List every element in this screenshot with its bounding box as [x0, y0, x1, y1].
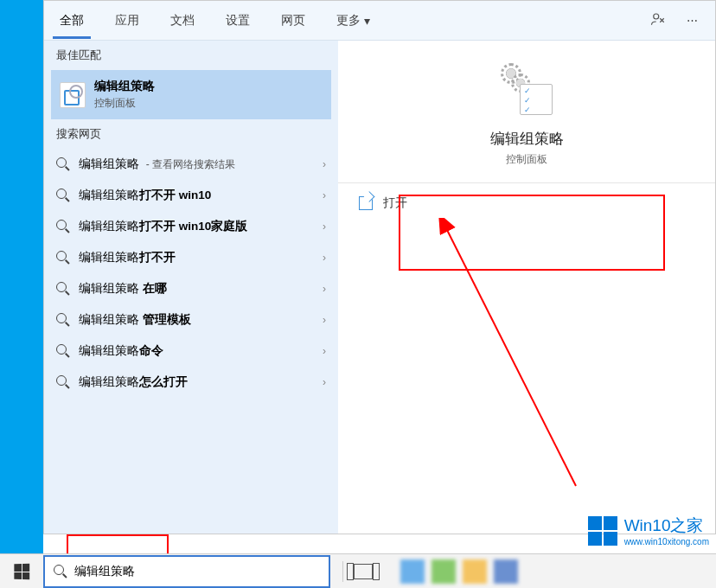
- search-icon: [56, 313, 70, 327]
- chevron-right-icon: ›: [323, 283, 326, 295]
- search-icon: [56, 220, 70, 233]
- chevron-right-icon: ›: [323, 345, 326, 357]
- chevron-down-icon: ▾: [364, 14, 370, 28]
- watermark-brand: Win10之家: [624, 514, 709, 537]
- tab-more-label: 更多: [336, 13, 361, 29]
- search-icon: [56, 251, 70, 265]
- web-result-text: 编辑组策略怎么打开: [79, 374, 314, 390]
- taskbar: [0, 553, 716, 588]
- filter-tabs: 全部 应用 文档 设置 网页 更多 ▾ ⋯: [44, 1, 715, 41]
- best-match-title: 编辑组策略: [94, 79, 155, 94]
- web-result-text: 编辑组策略命令: [79, 343, 314, 359]
- web-result-text: 编辑组策略打不开 win10: [79, 188, 314, 203]
- web-result-5[interactable]: 编辑组策略 管理模板 ›: [44, 304, 338, 336]
- taskbar-app-3[interactable]: [463, 559, 487, 584]
- search-icon: [56, 157, 70, 171]
- web-result-text: 编辑组策略打不开 win10家庭版: [79, 219, 314, 234]
- taskbar-app-2[interactable]: [432, 559, 456, 584]
- start-button[interactable]: [0, 554, 43, 589]
- chevron-right-icon: ›: [323, 314, 326, 326]
- results-list: 最佳匹配 编辑组策略 控制面板 搜索网页 编辑组策略 - 查看网络搜索结果 › …: [44, 41, 338, 534]
- task-view-icon[interactable]: [354, 564, 373, 579]
- web-result-7[interactable]: 编辑组策略怎么打开 ›: [44, 367, 338, 398]
- taskbar-search-box[interactable]: [43, 555, 330, 588]
- group-policy-large-icon: [499, 61, 554, 117]
- group-policy-icon: [60, 82, 86, 108]
- best-match-text: 编辑组策略 控制面板: [94, 79, 155, 111]
- watermark-url: www.win10xitong.com: [624, 537, 709, 546]
- tab-documents[interactable]: 文档: [155, 3, 210, 39]
- web-result-4[interactable]: 编辑组策略 在哪 ›: [44, 273, 338, 304]
- taskbar-app-1[interactable]: [400, 559, 425, 584]
- open-label: 打开: [383, 195, 407, 211]
- web-result-text: 编辑组策略打不开: [79, 250, 314, 265]
- open-icon: [359, 196, 373, 210]
- chevron-right-icon: ›: [323, 220, 326, 233]
- search-icon: [56, 282, 70, 296]
- detail-pane: 编辑组策略 控制面板 打开: [338, 41, 715, 534]
- web-result-text: 编辑组策略 在哪: [79, 281, 314, 297]
- windows-start-icon: [14, 563, 29, 579]
- search-icon: [56, 189, 70, 202]
- feedback-icon[interactable]: [640, 4, 676, 36]
- svg-point-0: [654, 14, 659, 19]
- watermark: Win10之家 www.win10xitong.com: [588, 514, 709, 546]
- search-icon: [56, 344, 70, 358]
- taskbar-icons: [330, 554, 527, 589]
- left-accent-bar: [0, 0, 43, 588]
- tab-more[interactable]: 更多 ▾: [321, 3, 386, 39]
- web-result-text: 编辑组策略 - 查看网络搜索结果: [79, 157, 314, 172]
- web-result-6[interactable]: 编辑组策略命令 ›: [44, 336, 338, 367]
- tab-all[interactable]: 全部: [44, 3, 99, 39]
- best-match-header: 最佳匹配: [44, 41, 338, 70]
- tab-settings[interactable]: 设置: [210, 3, 265, 39]
- search-input[interactable]: [74, 565, 320, 578]
- chevron-right-icon: ›: [323, 158, 326, 170]
- web-search-header: 搜索网页: [44, 119, 338, 149]
- chevron-right-icon: ›: [323, 189, 326, 201]
- detail-title: 编辑组策略: [490, 129, 564, 149]
- open-action[interactable]: 打开: [338, 183, 715, 223]
- search-panel: 全部 应用 文档 设置 网页 更多 ▾ ⋯ 最佳匹配 编辑组策略 控制面板 搜索…: [43, 0, 716, 534]
- search-icon: [54, 565, 67, 578]
- web-result-3[interactable]: 编辑组策略打不开 ›: [44, 242, 338, 273]
- web-result-1[interactable]: 编辑组策略打不开 win10 ›: [44, 180, 338, 211]
- web-result-0[interactable]: 编辑组策略 - 查看网络搜索结果 ›: [44, 149, 338, 180]
- chevron-right-icon: ›: [323, 376, 326, 388]
- best-match-subtitle: 控制面板: [94, 96, 155, 111]
- content-area: 最佳匹配 编辑组策略 控制面板 搜索网页 编辑组策略 - 查看网络搜索结果 › …: [44, 41, 715, 534]
- detail-subtitle: 控制面板: [506, 152, 547, 167]
- tab-apps[interactable]: 应用: [99, 3, 155, 39]
- web-result-2[interactable]: 编辑组策略打不开 win10家庭版 ›: [44, 211, 338, 242]
- taskbar-app-4[interactable]: [494, 559, 518, 584]
- chevron-right-icon: ›: [323, 252, 326, 264]
- best-match-item[interactable]: 编辑组策略 控制面板: [51, 70, 331, 119]
- more-options-icon[interactable]: ⋯: [676, 7, 708, 34]
- tab-web[interactable]: 网页: [265, 3, 321, 39]
- windows-logo-icon: [588, 516, 617, 546]
- detail-actions: 打开: [338, 182, 715, 223]
- web-result-text: 编辑组策略 管理模板: [79, 312, 314, 328]
- search-icon: [56, 375, 70, 389]
